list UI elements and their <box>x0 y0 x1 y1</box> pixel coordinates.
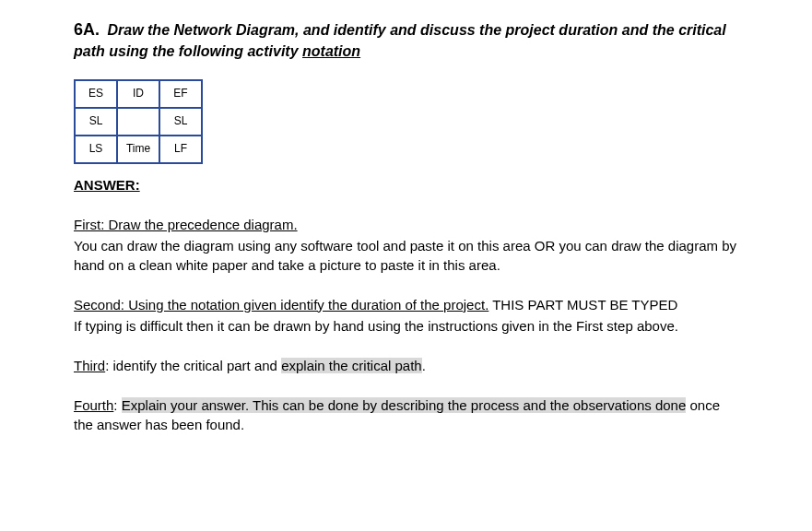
answer-label: ANSWER: <box>74 175 738 195</box>
step-fourth: Fourth: Explain your answer. This can be… <box>74 395 738 434</box>
step-second: Second: Using the notation given identif… <box>74 295 738 336</box>
step-third-suffix: . <box>422 358 426 373</box>
question-number: 6A. <box>74 20 100 39</box>
notation-sl-right: SL <box>159 108 202 136</box>
step-third-prefix: Third <box>74 358 105 373</box>
activity-notation-table: ES ID EF SL SL LS Time LF <box>74 79 203 164</box>
step-third: Third: identify the critical part and ex… <box>74 356 738 375</box>
question-notation-word: notation <box>302 43 360 59</box>
question-heading: 6A. Draw the Network Diagram, and identi… <box>74 18 738 63</box>
step-third-highlight: explain the critical path <box>281 358 422 373</box>
step-second-body: If typing is difficult then it can be dr… <box>74 316 738 336</box>
notation-sl-left: SL <box>75 108 117 136</box>
step-second-title-suffix: THIS PART MUST BE TYPED <box>488 297 677 313</box>
question-text: Draw the Network Diagram, and identify a… <box>74 22 726 59</box>
step-fourth-prefix: Fourth <box>74 397 113 413</box>
step-fourth-highlight: Explain your answer. This can be done by… <box>122 397 687 413</box>
step-first-body: You can draw the diagram using any softw… <box>74 236 738 275</box>
notation-es: ES <box>75 80 117 108</box>
notation-ef: EF <box>159 80 202 108</box>
step-third-mid: : identify the critical part and <box>105 358 281 373</box>
step-second-title: Second: Using the notation given identif… <box>74 297 488 313</box>
step-first: First: Draw the precedence diagram. You … <box>74 215 738 275</box>
notation-lf: LF <box>159 136 202 163</box>
notation-blank <box>117 108 159 136</box>
notation-id: ID <box>117 80 159 108</box>
notation-time: Time <box>117 136 159 163</box>
notation-ls: LS <box>75 136 117 163</box>
step-fourth-mid: : <box>113 397 121 413</box>
step-first-title: First: Draw the precedence diagram. <box>74 217 298 232</box>
